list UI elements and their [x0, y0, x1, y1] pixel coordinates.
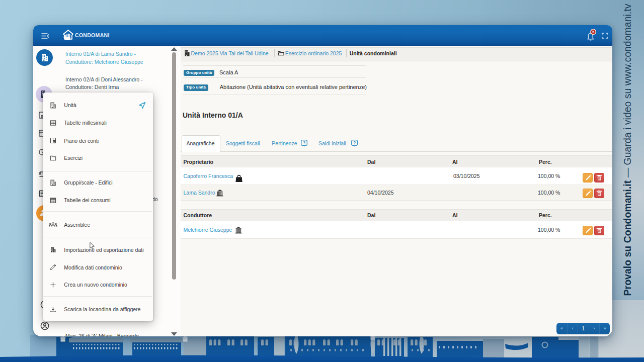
svg-text:?: ? [353, 140, 356, 145]
svg-text:5: 5 [592, 30, 594, 34]
svg-text:?: ? [303, 140, 305, 145]
